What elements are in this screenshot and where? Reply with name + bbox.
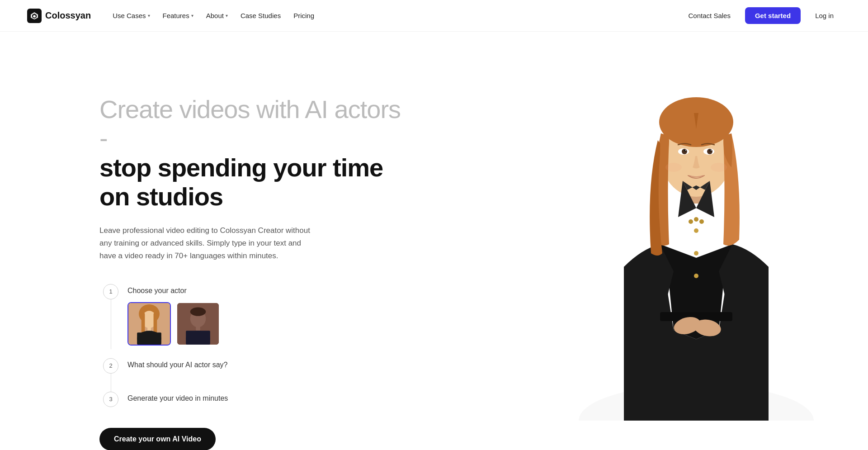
get-started-button[interactable]: Get started <box>745 7 801 24</box>
svg-point-33 <box>711 163 727 172</box>
nav-item-pricing[interactable]: Pricing <box>288 8 320 23</box>
hero-subtitle: Leave professional video editing to Colo… <box>99 224 316 262</box>
chevron-down-icon: ▾ <box>148 13 150 18</box>
steps-list: 1 Choose your actor <box>103 284 407 415</box>
ai-person-image <box>579 50 814 421</box>
logo-icon <box>27 9 42 23</box>
login-button[interactable]: Log in <box>808 8 841 23</box>
svg-point-32 <box>665 163 682 172</box>
nav-item-about[interactable]: About ▾ <box>201 8 233 23</box>
svg-point-30 <box>685 150 686 151</box>
step-3-label: Generate your video in minutes <box>127 394 228 403</box>
svg-point-36 <box>694 274 698 278</box>
hero-content: Create videos with AI actors - stop spen… <box>99 68 407 450</box>
svg-point-37 <box>689 219 693 224</box>
step-2-circle: 2 <box>103 358 118 374</box>
svg-rect-16 <box>186 331 210 345</box>
logo-text: Colossyan <box>45 10 91 21</box>
step-connector-1 <box>111 299 111 349</box>
person-svg <box>579 50 814 421</box>
nav-item-use-cases[interactable]: Use Cases ▾ <box>107 8 155 23</box>
step-1-content: Choose your actor <box>127 284 220 358</box>
hero-title-bold: stop spending your time on studios <box>99 153 407 212</box>
svg-point-34 <box>694 228 698 233</box>
step-3-line: 3 <box>103 392 118 407</box>
svg-point-38 <box>694 217 698 222</box>
navbar: Colossyan Use Cases ▾ Features ▾ About ▾… <box>0 0 868 32</box>
svg-point-35 <box>694 251 698 256</box>
step-1-label: Choose your actor <box>127 287 220 295</box>
svg-point-27 <box>707 149 712 154</box>
step-1-circle: 1 <box>103 284 118 299</box>
actor-thumb-2[interactable] <box>176 302 220 346</box>
step-2-line: 2 <box>103 358 118 392</box>
nav-left: Colossyan Use Cases ▾ Features ▾ About ▾… <box>27 8 320 23</box>
chevron-down-icon: ▾ <box>191 13 193 18</box>
step-3-content: Generate your video in minutes <box>127 392 228 415</box>
actor-face-female <box>128 303 170 345</box>
svg-point-31 <box>711 150 712 151</box>
create-video-button[interactable]: Create your own AI Video <box>99 428 216 450</box>
svg-point-26 <box>682 149 687 154</box>
nav-item-case-studies[interactable]: Case Studies <box>235 8 286 23</box>
svg-rect-7 <box>154 313 157 334</box>
logo[interactable]: Colossyan <box>27 9 91 23</box>
step-1: 1 Choose your actor <box>103 284 407 358</box>
cta-section: Create your own AI Video ⊘ No sign up re… <box>99 428 407 450</box>
nav-right: Contact Sales Get started Log in <box>681 7 841 24</box>
contact-sales-button[interactable]: Contact Sales <box>681 8 738 23</box>
svg-rect-6 <box>142 313 145 334</box>
svg-rect-10 <box>137 332 161 345</box>
nav-links: Use Cases ▾ Features ▾ About ▾ Case Stud… <box>107 8 320 23</box>
step-2-content: What should your AI actor say? <box>127 358 227 382</box>
actor-thumbnails <box>127 302 220 346</box>
nav-item-features[interactable]: Features ▾ <box>157 8 199 23</box>
step-3: 3 Generate your video in minutes <box>103 392 407 415</box>
step-2-label: What should your AI actor say? <box>127 361 227 369</box>
actor-face-male <box>177 303 219 345</box>
chevron-down-icon: ▾ <box>226 13 228 18</box>
step-2: 2 What should your AI actor say? <box>103 358 407 392</box>
hero-illustration <box>407 68 814 421</box>
hero-title-light: Create videos with AI actors - <box>99 95 407 153</box>
step-connector-2 <box>111 374 111 392</box>
step-3-circle: 3 <box>103 392 118 407</box>
actor-thumb-1[interactable] <box>127 302 171 346</box>
svg-point-13 <box>190 307 206 316</box>
step-1-line: 1 <box>103 284 118 349</box>
hero-section: Create videos with AI actors - stop spen… <box>0 32 868 450</box>
svg-point-39 <box>699 219 704 224</box>
